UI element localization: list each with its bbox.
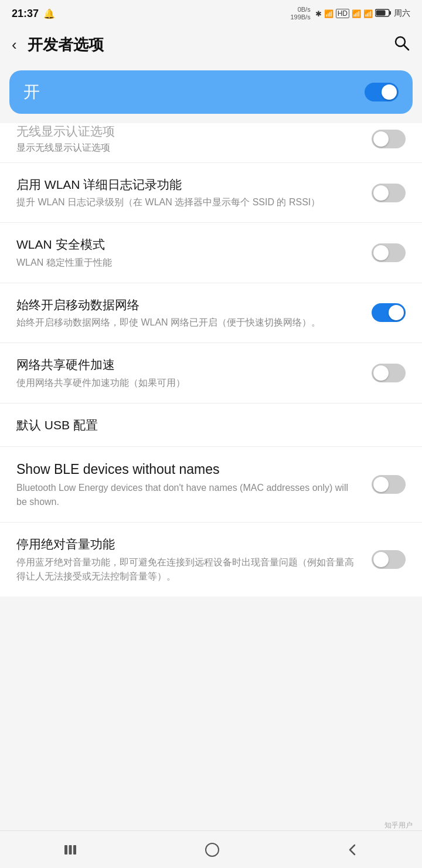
setting-desc-6: 停用蓝牙绝对音量功能，即可避免在连接到远程设备时出现音量问题（例如音量高得让人无…	[16, 555, 360, 584]
setting-toggle-6[interactable]	[372, 550, 406, 569]
alarm-icon: 🔔	[43, 8, 55, 19]
svg-line-4	[404, 45, 409, 50]
bluetooth-icon: ✱	[315, 9, 322, 18]
setting-item-2[interactable]: 始终开启移动数据网络 始终开启移动数据网络，即使 WLAN 网络已开启（便于快速…	[0, 283, 422, 343]
setting-toggle-0[interactable]	[372, 184, 406, 202]
svg-point-8	[206, 843, 219, 856]
status-icons: 0B/s 199B/s ✱ 📶 HD 📶 📶 周六	[290, 6, 410, 21]
setting-text-0: 启用 WLAN 详细日志记录功能 提升 WLAN 日志记录级别（在 WLAN 选…	[16, 176, 372, 209]
svg-rect-5	[64, 845, 67, 855]
status-time: 21:37 🔔	[12, 8, 55, 20]
setting-toggle-3[interactable]	[372, 364, 406, 382]
partial-item-text: 无线显示认证选项 显示无线显示认证选项	[16, 123, 372, 154]
setting-desc-5: Bluetooth Low Energy devices that don't …	[16, 481, 360, 509]
dev-toggle-row[interactable]: 开	[9, 70, 413, 114]
home-button[interactable]	[186, 836, 238, 864]
day-label: 周六	[394, 8, 410, 19]
dev-toggle-switch[interactable]	[365, 83, 399, 101]
partial-item-toggle[interactable]	[372, 130, 406, 148]
partial-item-title: 无线显示认证选项	[16, 123, 360, 140]
setting-desc-2: 始终开启移动数据网络，即使 WLAN 网络已开启（便于快速切换网络）。	[16, 316, 360, 330]
signal-icon: 📶	[352, 9, 361, 18]
page-title: 开发者选项	[28, 35, 393, 55]
setting-title-6: 停用绝对音量功能	[16, 535, 360, 552]
setting-toggle-5[interactable]	[372, 475, 406, 494]
status-bar: 21:37 🔔 0B/s 199B/s ✱ 📶 HD 📶 📶 周六	[0, 0, 422, 27]
dev-toggle-label: 开	[23, 81, 40, 103]
svg-rect-1	[389, 11, 391, 15]
toggle-knob	[382, 84, 397, 100]
setting-title-2: 始终开启移动数据网络	[16, 296, 360, 313]
setting-desc-0: 提升 WLAN 日志记录级别（在 WLAN 选择器中显示每个 SSID 的 RS…	[16, 195, 360, 209]
partial-item-desc: 显示无线显示认证选项	[16, 142, 360, 154]
setting-text-4: 默认 USB 配置	[16, 416, 406, 433]
battery-icon	[375, 8, 392, 19]
back-button[interactable]: ‹	[12, 33, 23, 56]
setting-item-3[interactable]: 网络共享硬件加速 使用网络共享硬件加速功能（如果可用）	[0, 343, 422, 403]
search-icon	[393, 34, 410, 52]
back-nav-button[interactable]	[329, 836, 377, 864]
svg-rect-6	[69, 845, 72, 855]
wifi-icon: 📶	[324, 9, 333, 18]
setting-text-2: 始终开启移动数据网络 始终开启移动数据网络，即使 WLAN 网络已开启（便于快速…	[16, 296, 372, 330]
signal-icon2: 📶	[363, 9, 373, 18]
settings-list: 无线显示认证选项 显示无线显示认证选项 启用 WLAN 详细日志记录功能 提升 …	[0, 123, 422, 596]
nav-bar	[0, 830, 422, 868]
setting-toggle-1[interactable]	[372, 243, 406, 262]
recent-apps-icon	[63, 843, 78, 856]
network-speed: 0B/s 199B/s	[290, 6, 310, 21]
setting-item-5[interactable]: Show BLE devices without names Bluetooth…	[0, 447, 422, 523]
setting-toggle-2[interactable]	[372, 303, 406, 322]
svg-rect-7	[73, 845, 76, 855]
bottom-credit: 知乎用户	[384, 820, 413, 830]
search-button[interactable]	[393, 34, 410, 56]
setting-desc-3: 使用网络共享硬件加速功能（如果可用）	[16, 376, 360, 390]
top-bar: ‹ 开发者选项	[0, 27, 422, 62]
recent-apps-button[interactable]	[45, 838, 96, 862]
setting-item-6[interactable]: 停用绝对音量功能 停用蓝牙绝对音量功能，即可避免在连接到远程设备时出现音量问题（…	[0, 523, 422, 596]
setting-title-0: 启用 WLAN 详细日志记录功能	[16, 176, 360, 193]
setting-item-4[interactable]: 默认 USB 配置	[0, 404, 422, 447]
setting-item-0[interactable]: 启用 WLAN 详细日志记录功能 提升 WLAN 日志记录级别（在 WLAN 选…	[0, 163, 422, 223]
setting-title-3: 网络共享硬件加速	[16, 356, 360, 373]
partial-item: 无线显示认证选项 显示无线显示认证选项	[0, 123, 422, 163]
setting-title-5: Show BLE devices without names	[16, 460, 360, 479]
setting-desc-1: WLAN 稳定性重于性能	[16, 256, 360, 270]
svg-rect-2	[376, 10, 386, 15]
setting-text-5: Show BLE devices without names Bluetooth…	[16, 460, 372, 509]
setting-text-6: 停用绝对音量功能 停用蓝牙绝对音量功能，即可避免在连接到远程设备时出现音量问题（…	[16, 535, 372, 583]
home-icon	[204, 842, 220, 858]
back-nav-icon	[346, 842, 359, 858]
hd-icon: HD	[336, 9, 349, 18]
setting-text-1: WLAN 安全模式 WLAN 稳定性重于性能	[16, 236, 372, 269]
setting-title-1: WLAN 安全模式	[16, 236, 360, 253]
setting-text-3: 网络共享硬件加速 使用网络共享硬件加速功能（如果可用）	[16, 356, 372, 389]
time-label: 21:37	[12, 8, 39, 20]
setting-item-1[interactable]: WLAN 安全模式 WLAN 稳定性重于性能	[0, 223, 422, 283]
setting-title-4: 默认 USB 配置	[16, 416, 394, 433]
